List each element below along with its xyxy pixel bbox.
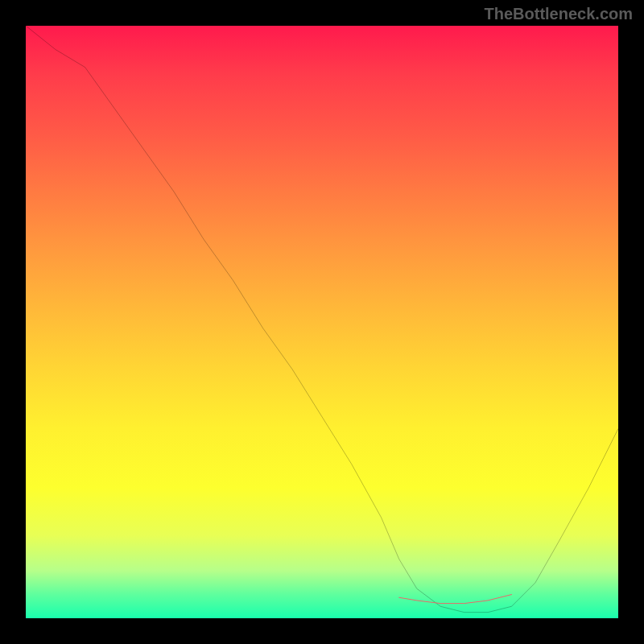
chart-plot-area	[26, 26, 618, 618]
chart-svg	[26, 26, 618, 618]
bottleneck-curve-path	[26, 26, 618, 613]
sweet-spot-marker-path	[399, 595, 512, 604]
watermark-text: TheBottleneck.com	[485, 5, 633, 23]
